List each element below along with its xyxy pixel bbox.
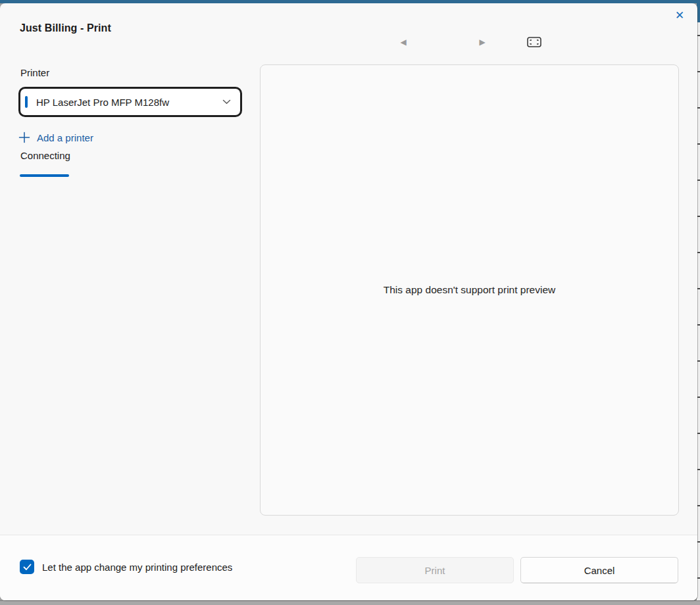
previous-page-button[interactable]: ◀ [395, 34, 412, 51]
close-icon: ✕ [675, 9, 684, 22]
next-page-button[interactable]: ▶ [474, 34, 491, 51]
add-printer-label: Add a printer [37, 132, 93, 143]
print-preview-panel: This app doesn't support print preview [260, 64, 679, 516]
add-printer-button[interactable]: Add a printer [18, 129, 93, 146]
fit-to-page-button[interactable] [526, 34, 543, 51]
dialog-title: Just Billing - Print [20, 22, 111, 34]
fit-to-page-icon [527, 37, 541, 47]
printer-select[interactable]: HP LaserJet Pro MFP M128fw [18, 87, 242, 117]
printing-preferences-checkbox-row[interactable]: Let the app change my printing preferenc… [20, 560, 232, 574]
chevron-down-icon [222, 99, 231, 105]
combo-accent-bar [25, 96, 28, 108]
print-dialog: Just Billing - Print ✕ ◀ ▶ Printer HP La… [0, 3, 697, 600]
printing-preferences-label: Let the app change my printing preferenc… [42, 562, 232, 573]
preview-unsupported-message: This app doesn't support print preview [384, 284, 555, 296]
previous-page-icon: ◀ [400, 37, 406, 47]
checkbox-checked-icon[interactable] [20, 560, 34, 574]
printer-label: Printer [20, 67, 49, 78]
cancel-button[interactable]: Cancel [520, 557, 678, 583]
progress-segment [20, 174, 69, 177]
print-button[interactable]: Print [356, 557, 514, 583]
connecting-progress-bar [20, 174, 243, 177]
selected-printer-value: HP LaserJet Pro MFP M128fw [36, 97, 222, 108]
dialog-footer: Let the app change my printing preferenc… [0, 535, 697, 600]
close-button[interactable]: ✕ [670, 5, 689, 25]
printer-status-text: Connecting [20, 150, 70, 161]
next-page-icon: ▶ [479, 37, 485, 47]
underlying-window-bottom-edge [0, 600, 700, 605]
plus-icon [18, 132, 30, 143]
